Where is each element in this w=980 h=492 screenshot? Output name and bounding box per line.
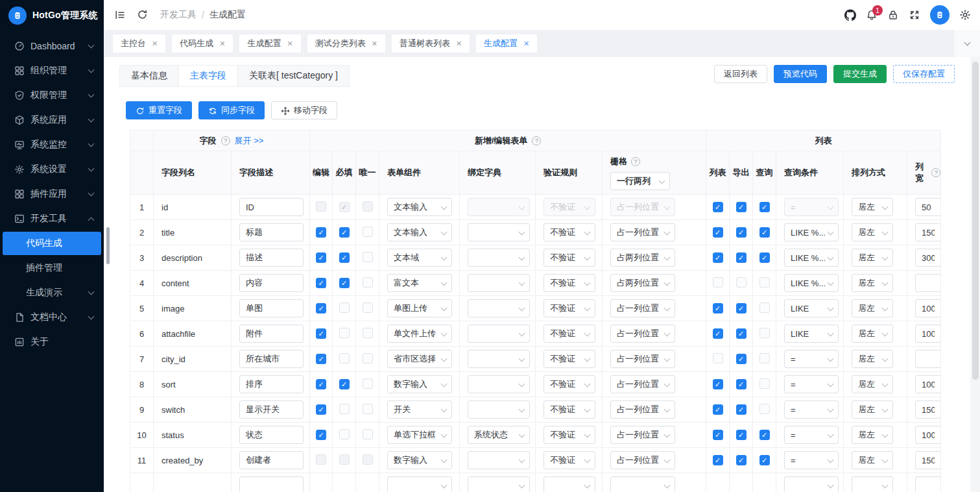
select-dict[interactable]: [468, 249, 530, 267]
checkbox-unique[interactable]: [363, 404, 373, 414]
select-dict[interactable]: [468, 476, 530, 492]
sidebar-item-系统应用[interactable]: 系统应用: [0, 108, 104, 132]
lock-screen-icon[interactable]: [887, 9, 899, 21]
select-dict[interactable]: [468, 198, 530, 216]
select-grid[interactable]: 占一列位置: [610, 223, 675, 241]
input-width[interactable]: [915, 325, 941, 343]
page-tab-主控台[interactable]: 主控台✕: [113, 34, 165, 53]
重置字段-button[interactable]: 重置字段: [126, 101, 192, 119]
preview-code-button[interactable]: 预览代码: [774, 65, 827, 83]
select-align[interactable]: 居左: [852, 350, 893, 368]
config-tab-关联表[ testCategory ][interactable]: 关联表[ testCategory ]: [237, 65, 350, 87]
checkbox-query[interactable]: [759, 353, 770, 363]
select-valid[interactable]: 不验证: [544, 451, 595, 469]
checkbox-required[interactable]: [339, 429, 350, 439]
expand-columns-link[interactable]: 展开 >>: [235, 135, 264, 147]
help-icon[interactable]: [631, 157, 640, 166]
input-desc[interactable]: [239, 274, 304, 292]
移动字段-button[interactable]: 移动字段: [271, 101, 337, 119]
sidebar-item-Dashboard[interactable]: Dashboard: [0, 34, 104, 58]
collapse-sidebar-icon[interactable]: [114, 9, 126, 21]
select-grid[interactable]: 占两列位置: [610, 274, 675, 292]
checkbox-list[interactable]: [713, 328, 723, 339]
input-width[interactable]: [915, 274, 941, 292]
input-desc[interactable]: [239, 476, 304, 492]
sidebar-scrollbar-thumb[interactable]: [106, 227, 110, 264]
input-desc[interactable]: [239, 299, 304, 317]
select-widget[interactable]: 文本输入: [387, 198, 452, 216]
input-width[interactable]: [915, 400, 941, 419]
select-dict[interactable]: [468, 223, 530, 241]
checkbox-query[interactable]: [759, 455, 770, 465]
select-cond[interactable]: =: [784, 426, 839, 444]
sidebar-item-插件应用[interactable]: 插件应用: [0, 182, 104, 206]
checkbox-required[interactable]: [339, 302, 350, 313]
select-widget[interactable]: 数字输入: [387, 375, 452, 393]
checkbox-export[interactable]: [736, 277, 747, 288]
checkbox-query[interactable]: [759, 378, 770, 389]
select-cond[interactable]: LIKE %...%: [784, 249, 839, 267]
checkbox-export[interactable]: [736, 354, 747, 364]
checkbox-required[interactable]: [339, 328, 350, 338]
fullscreen-icon[interactable]: [909, 9, 920, 21]
page-tab-测试分类列表[interactable]: 测试分类列表✕: [307, 34, 385, 53]
checkbox-list[interactable]: [713, 227, 723, 238]
checkbox-export[interactable]: [736, 202, 747, 212]
select-dict[interactable]: [468, 299, 530, 317]
select-grid[interactable]: 占一列位置: [610, 451, 675, 469]
input-desc[interactable]: [239, 400, 304, 419]
grid-layout-select[interactable]: 一行两列: [610, 172, 670, 190]
select-cond[interactable]: LIKE: [784, 325, 839, 343]
同步字段-button[interactable]: 同步字段: [198, 101, 265, 119]
input-desc[interactable]: [239, 249, 304, 267]
select-widget[interactable]: 文本输入: [387, 223, 452, 241]
select-dict[interactable]: [468, 375, 530, 393]
checkbox-query[interactable]: [759, 227, 770, 238]
checkbox-required[interactable]: [339, 379, 350, 389]
select-grid[interactable]: 占一列位置: [610, 198, 675, 216]
checkbox-required[interactable]: [339, 454, 350, 465]
select-widget[interactable]: 省市区选择: [387, 350, 452, 368]
checkbox-required[interactable]: [339, 202, 350, 212]
checkbox-edit[interactable]: [316, 278, 326, 288]
main-scrollbar-thumb[interactable]: [972, 62, 979, 380]
checkbox-unique[interactable]: [363, 302, 373, 313]
input-width[interactable]: [915, 223, 941, 241]
checkbox-query[interactable]: [759, 302, 770, 313]
checkbox-list[interactable]: [713, 277, 723, 288]
select-valid[interactable]: 不验证: [544, 375, 595, 393]
config-tab-基本信息[interactable]: 基本信息: [119, 65, 179, 87]
select-cond[interactable]: LIKE %...%: [784, 223, 839, 241]
select-widget[interactable]: 单选下拉框: [387, 426, 452, 444]
select-dict[interactable]: [468, 451, 530, 469]
checkbox-edit[interactable]: [316, 227, 326, 238]
select-widget[interactable]: 文本域: [387, 249, 452, 267]
checkbox-list[interactable]: [713, 202, 723, 212]
select-valid[interactable]: 不验证: [544, 274, 595, 292]
help-icon[interactable]: [221, 136, 230, 145]
tab-list-dropdown[interactable]: [954, 30, 980, 57]
input-width[interactable]: [915, 476, 941, 492]
select-grid[interactable]: 占一列位置: [610, 426, 675, 444]
input-desc[interactable]: [239, 350, 304, 368]
sidebar-item-生成演示[interactable]: 生成演示: [0, 280, 104, 305]
select-valid[interactable]: 不验证: [544, 223, 595, 241]
input-desc[interactable]: [239, 325, 304, 343]
sidebar-item-代码生成[interactable]: 代码生成: [3, 232, 101, 255]
checkbox-list[interactable]: [713, 353, 723, 363]
select-align[interactable]: 居左: [852, 198, 893, 216]
page-tab-普通树表列表[interactable]: 普通树表列表✕: [392, 34, 470, 53]
select-valid[interactable]: 不验证: [544, 299, 595, 317]
checkbox-unique[interactable]: [363, 429, 373, 439]
sidebar-item-开发工具[interactable]: 开发工具: [0, 206, 104, 231]
select-align[interactable]: 居左: [852, 426, 893, 444]
select-widget[interactable]: 单图上传: [387, 299, 452, 317]
select-cond[interactable]: =: [784, 451, 839, 469]
sidebar-item-关于[interactable]: 关于: [0, 330, 104, 354]
input-width[interactable]: [915, 451, 941, 469]
checkbox-export[interactable]: [736, 404, 747, 415]
select-valid[interactable]: 不验证: [544, 325, 595, 343]
checkbox-export[interactable]: [736, 227, 747, 238]
checkbox-export[interactable]: [736, 303, 747, 314]
input-width[interactable]: [915, 350, 941, 368]
